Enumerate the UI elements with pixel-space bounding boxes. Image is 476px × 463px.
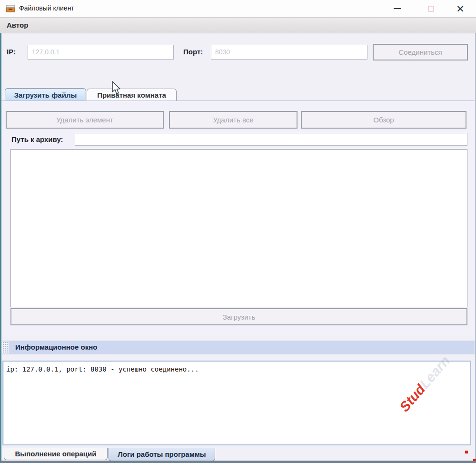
tab-private-room[interactable]: Приватная комната <box>87 89 177 101</box>
mouse-cursor <box>110 81 122 96</box>
menu-item-author[interactable]: Автор <box>7 21 28 29</box>
info-window-title: Информационное окно <box>15 343 97 351</box>
port-label: Порт: <box>183 48 203 56</box>
delete-item-button[interactable]: Удалить элемент <box>6 111 164 129</box>
info-window-header: Информационное окно <box>2 341 475 354</box>
maximize-button[interactable] <box>420 0 442 17</box>
delete-all-button[interactable]: Удалить все <box>169 111 298 129</box>
window-bottom-border <box>0 461 476 463</box>
archive-path-label: Путь к архиву: <box>11 135 63 143</box>
close-button[interactable]: ✕ <box>449 0 471 17</box>
title-bar: Файловый клиент ✕ <box>0 0 476 17</box>
tab-program-logs[interactable]: Логи работы программы <box>109 448 215 461</box>
watermark-dot <box>465 451 468 453</box>
ip-input[interactable]: 127.0.0.1 <box>28 45 174 60</box>
menu-bar: Автор <box>0 17 476 33</box>
minimize-button[interactable] <box>387 0 408 17</box>
drag-grip-icon[interactable] <box>2 342 9 353</box>
browse-button[interactable]: Обзор <box>301 111 466 129</box>
close-icon: ✕ <box>456 4 465 14</box>
app-icon <box>6 4 15 13</box>
connect-button[interactable]: Соединиться <box>373 44 468 60</box>
app-window: Файловый клиент ✕ Автор IP: 127.0.0.1 По… <box>0 0 476 463</box>
window-title: Файловый клиент <box>19 4 74 12</box>
ip-label: IP: <box>7 48 16 56</box>
log-line: ip: 127.0.0.1, port: 8030 - успешно соед… <box>6 365 199 373</box>
file-list[interactable] <box>10 149 467 307</box>
tab-upload-files[interactable]: Загрузить файлы <box>5 88 86 101</box>
archive-path-input[interactable] <box>75 133 467 146</box>
tab-operations[interactable]: Выполнение операций <box>4 448 108 460</box>
port-input[interactable]: 8030 <box>211 45 367 60</box>
upload-button[interactable]: Загрузить <box>10 308 467 325</box>
